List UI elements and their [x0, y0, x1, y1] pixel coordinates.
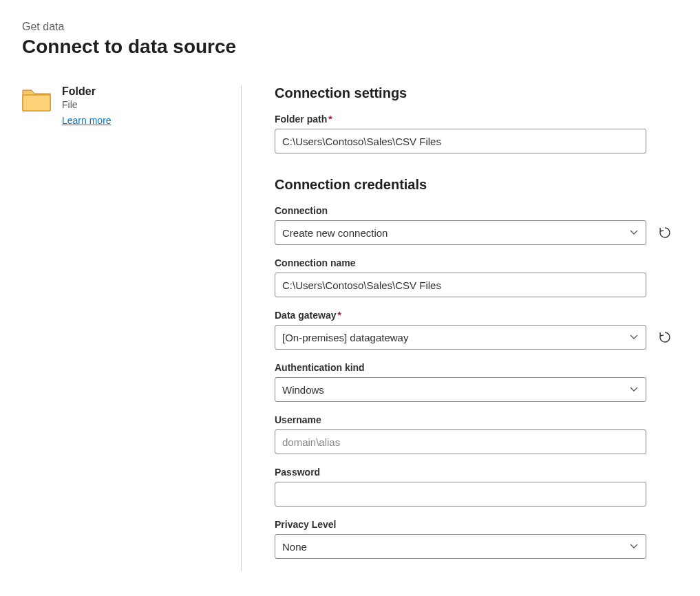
connection-select[interactable]: Create new connection: [275, 220, 646, 245]
folder-path-input[interactable]: [275, 129, 646, 153]
connection-name-field: Connection name: [275, 257, 674, 297]
folder-path-label-text: Folder path: [275, 114, 327, 125]
data-gateway-refresh-button[interactable]: [656, 328, 674, 346]
refresh-icon: [658, 226, 672, 240]
connection-refresh-button[interactable]: [656, 224, 674, 242]
chevron-down-icon: [629, 385, 639, 394]
connection-label: Connection: [275, 205, 674, 216]
chevron-down-icon: [629, 228, 639, 237]
learn-more-link[interactable]: Learn more: [62, 115, 112, 126]
privacy-field: Privacy Level None: [275, 519, 674, 559]
password-input[interactable]: [275, 482, 646, 507]
chevron-down-icon: [629, 542, 639, 551]
auth-kind-select[interactable]: Windows: [275, 377, 646, 402]
source-item-folder: Folder File Learn more: [22, 85, 227, 127]
connection-credentials-header: Connection credentials: [275, 177, 674, 193]
data-gateway-select[interactable]: [On-premises] datagateway: [275, 325, 646, 350]
data-gateway-label: Data gateway*: [275, 310, 674, 321]
connection-name-input[interactable]: [275, 273, 646, 297]
connection-select-value: Create new connection: [282, 227, 388, 239]
username-input[interactable]: [275, 429, 646, 454]
right-panel: Connection settings Folder path* Connect…: [241, 85, 678, 571]
auth-kind-label: Authentication kind: [275, 362, 674, 373]
username-field: Username: [275, 414, 674, 454]
password-field: Password: [275, 467, 674, 507]
password-label: Password: [275, 467, 674, 478]
data-gateway-select-value: [On-premises] datagateway: [282, 332, 408, 343]
folder-icon: [22, 88, 51, 111]
privacy-select-value: None: [282, 541, 307, 553]
left-panel: Folder File Learn more: [22, 85, 241, 571]
auth-kind-select-value: Windows: [282, 384, 324, 396]
connection-name-label: Connection name: [275, 257, 674, 268]
privacy-select[interactable]: None: [275, 534, 646, 559]
folder-path-field: Folder path*: [275, 114, 674, 153]
required-mark: *: [337, 310, 341, 321]
content-area: Folder File Learn more Connection settin…: [22, 85, 678, 571]
connection-field: Connection Create new connection: [275, 205, 674, 245]
page-title: Connect to data source: [22, 36, 678, 58]
source-subtitle: File: [62, 99, 112, 110]
source-title: Folder: [62, 85, 112, 98]
breadcrumb: Get data: [22, 21, 678, 33]
data-gateway-label-text: Data gateway: [275, 310, 336, 321]
refresh-icon: [658, 330, 672, 344]
auth-kind-field: Authentication kind Windows: [275, 362, 674, 402]
username-label: Username: [275, 414, 674, 425]
required-mark: *: [328, 114, 332, 125]
connection-settings-header: Connection settings: [275, 85, 674, 101]
privacy-label: Privacy Level: [275, 519, 674, 530]
chevron-down-icon: [629, 332, 639, 342]
folder-path-label: Folder path*: [275, 114, 674, 125]
data-gateway-field: Data gateway* [On-premises] datagateway: [275, 310, 674, 350]
